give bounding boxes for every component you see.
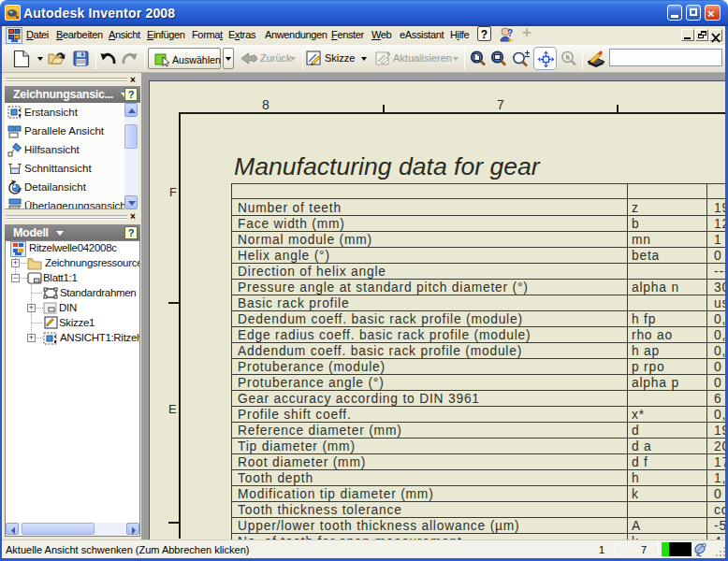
svg-text:?: ? <box>507 28 513 38</box>
